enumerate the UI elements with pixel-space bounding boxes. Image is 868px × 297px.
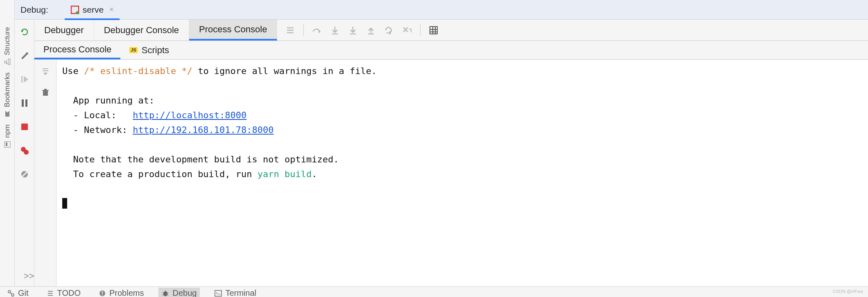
console-text: - Network:	[62, 125, 133, 135]
network-url-link[interactable]: http://192.168.101.78:8000	[133, 125, 274, 135]
console-toolbar	[34, 60, 57, 297]
svg-rect-31	[102, 295, 103, 295]
git-label: Git	[18, 288, 29, 297]
console-text: to ignore all warnings in a file.	[192, 66, 377, 76]
separator	[420, 25, 420, 36]
step-over-icon[interactable]	[308, 21, 326, 39]
svg-rect-8	[21, 76, 23, 83]
terminal-icon	[215, 290, 222, 297]
debug-tool-window-header: Debug: serve ×	[15, 0, 868, 20]
svg-point-13	[24, 150, 29, 155]
list-icon	[47, 290, 54, 297]
svg-rect-25	[44, 89, 47, 90]
run-config-tab-serve[interactable]: serve ×	[65, 1, 120, 20]
stop-button[interactable]	[19, 121, 30, 133]
subtab-scripts[interactable]: JS Scripts	[120, 41, 178, 59]
problems-label: Problems	[109, 288, 144, 297]
tool-window-rail: Structure Bookmarks npm	[0, 0, 15, 297]
console-text: Use	[62, 66, 84, 76]
npm-label: npm	[3, 124, 11, 138]
terminal-label: Terminal	[225, 288, 256, 297]
console-text: Note that the development build is not o…	[62, 154, 339, 164]
mute-breakpoints-button[interactable]	[19, 169, 30, 180]
svg-rect-1	[8, 59, 10, 61]
terminal-tool-window[interactable]: Terminal	[211, 288, 260, 297]
todo-tool-window[interactable]: TODO	[43, 288, 84, 297]
bottom-tool-window-bar: Git TODO Problems Debug Terminal	[0, 286, 868, 297]
structure-tool-window[interactable]: Structure	[3, 25, 11, 68]
evaluate-expression-icon[interactable]	[398, 21, 416, 39]
npm-icon	[3, 140, 11, 148]
step-into-icon[interactable]	[326, 21, 344, 39]
svg-point-6	[76, 11, 79, 14]
npm-run-icon	[70, 5, 79, 14]
svg-point-32	[163, 291, 167, 296]
console-text: - Local:	[62, 110, 133, 120]
console-subtabs: Process Console JS Scripts	[34, 41, 868, 60]
problems-tool-window[interactable]: Problems	[95, 288, 147, 297]
svg-rect-2	[5, 61, 7, 63]
svg-rect-26	[42, 90, 49, 91]
svg-rect-11	[21, 124, 28, 130]
settings-button[interactable]	[19, 50, 30, 61]
svg-rect-0	[8, 63, 10, 65]
git-tool-window[interactable]: Git	[4, 288, 32, 297]
console-text: .	[312, 169, 317, 179]
text-cursor	[62, 198, 67, 209]
todo-label: TODO	[57, 288, 81, 297]
tab-process-console[interactable]: Process Console	[189, 20, 277, 40]
tab-debugger-console[interactable]: Debugger Console	[94, 20, 189, 40]
console-text: App running at:	[62, 95, 154, 106]
bookmark-icon	[3, 110, 11, 118]
local-url-link[interactable]: http://localhost:8000	[133, 110, 246, 120]
yarn-build-cmd: yarn build	[258, 169, 312, 179]
more-tool-windows-button[interactable]: >>	[20, 269, 38, 283]
console-text: To create a production build, run	[62, 169, 258, 179]
debug-tool-window-tab[interactable]: Debug	[158, 288, 200, 297]
debug-session-toolbar	[15, 20, 34, 297]
svg-rect-9	[22, 99, 24, 107]
warning-icon	[99, 290, 106, 297]
structure-icon	[3, 58, 11, 66]
svg-rect-4	[6, 142, 7, 146]
svg-rect-19	[389, 31, 391, 34]
svg-rect-33	[215, 290, 222, 296]
git-icon	[7, 290, 15, 297]
pause-button[interactable]	[19, 97, 30, 109]
scripts-label: Scripts	[142, 45, 169, 56]
bookmarks-label: Bookmarks	[3, 72, 11, 107]
tab-debugger[interactable]: Debugger	[34, 20, 94, 40]
view-breakpoints-button[interactable]	[19, 145, 30, 156]
debugger-tabs: Debugger Debugger Console Process Consol…	[34, 20, 868, 41]
svg-rect-20	[430, 27, 437, 34]
process-console-output[interactable]: Use /* eslint-disable */ to ignore all w…	[57, 60, 868, 297]
show-frames-icon[interactable]	[281, 21, 299, 39]
structure-label: Structure	[3, 27, 11, 55]
subtab-process-console[interactable]: Process Console	[34, 41, 120, 59]
close-icon[interactable]: ×	[109, 5, 114, 14]
bug-icon	[162, 290, 169, 297]
run-config-name: serve	[83, 5, 104, 15]
watermark: CSDN @HFwa	[833, 289, 863, 294]
separator	[303, 25, 304, 36]
js-icon: JS	[129, 47, 137, 53]
table-view-icon[interactable]	[425, 21, 443, 39]
rerun-button[interactable]	[19, 26, 30, 38]
step-out-icon[interactable]	[362, 21, 380, 39]
svg-rect-30	[102, 291, 103, 294]
stepping-toolbar	[277, 20, 443, 40]
bookmarks-tool-window[interactable]: Bookmarks	[3, 70, 11, 120]
run-to-cursor-icon[interactable]	[380, 21, 398, 39]
debug-title: Debug:	[20, 5, 48, 15]
force-step-into-icon[interactable]	[344, 21, 362, 39]
eslint-comment: /* eslint-disable */	[84, 66, 192, 76]
debug-label: Debug	[172, 288, 197, 297]
clear-all-icon[interactable]	[40, 87, 51, 98]
resume-button[interactable]	[19, 74, 30, 85]
npm-tool-window[interactable]: npm	[3, 122, 11, 151]
scroll-to-end-icon[interactable]	[40, 65, 51, 77]
svg-rect-10	[25, 99, 27, 107]
